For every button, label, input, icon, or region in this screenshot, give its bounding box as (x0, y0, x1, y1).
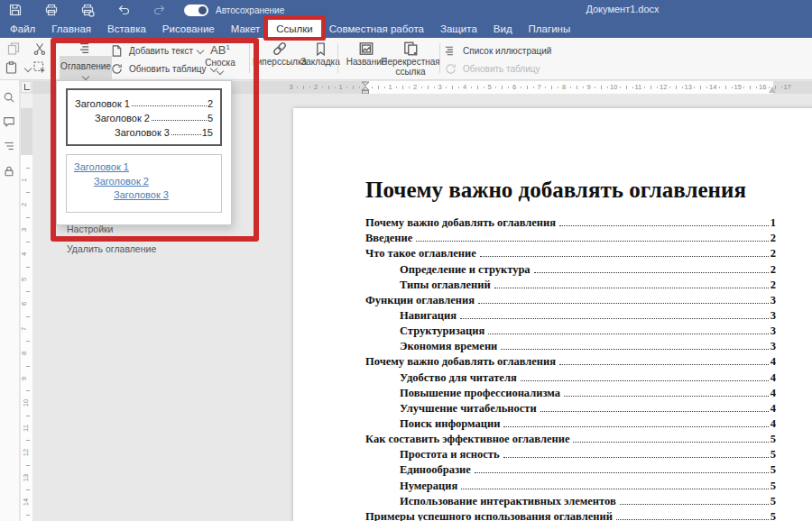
print-icon[interactable] (43, 2, 60, 18)
tab-Защита[interactable]: Защита (432, 20, 485, 38)
ruler-number: 10 (610, 84, 617, 91)
toc-preview-link-row: Заголовок 1 (74, 161, 214, 176)
ruler-right-margin (773, 81, 812, 94)
left-sidebar (0, 80, 20, 521)
refresh-icon (110, 62, 124, 76)
quick-print-icon[interactable] (79, 2, 96, 18)
tab-Макет[interactable]: Макет (223, 20, 269, 38)
ruler-number: 14 (709, 84, 716, 91)
toc-entry[interactable]: Навигация3 (365, 306, 776, 322)
toc-entry[interactable]: Экономия времени3 (365, 337, 776, 352)
toc-entry[interactable]: Удобство для читателя4 (365, 368, 776, 383)
tab-Плагины[interactable]: Плагины (521, 20, 579, 38)
ruler-number: 7 (21, 326, 28, 330)
toc-entry[interactable]: Использование интерактивных элементов5 (365, 492, 776, 507)
toc-entry[interactable]: Определение и структура2 (365, 260, 776, 275)
vertical-ruler[interactable]: 1234567891011121314 (21, 94, 32, 521)
indent-marker-icon[interactable] (361, 81, 370, 94)
copy-icon[interactable] (6, 41, 21, 56)
tab-stop-selector[interactable] (21, 81, 32, 93)
heading-link[interactable]: Заголовок 1 (74, 161, 129, 172)
ruler-number: 2 (314, 84, 318, 91)
tab-Рисование[interactable]: Рисование (154, 20, 223, 38)
toolbar-separator (439, 43, 440, 73)
select-icon[interactable] (32, 60, 47, 75)
toc-preview-row: Заголовок 12 (75, 95, 213, 109)
heading-link[interactable]: Заголовок 2 (94, 176, 149, 187)
ruler-number: 12 (23, 449, 30, 456)
toc-entry[interactable]: Типы оглавлений2 (365, 276, 776, 291)
paste-icon[interactable] (5, 60, 19, 75)
tab-Вид[interactable]: Вид (485, 20, 521, 38)
table-of-contents-button[interactable]: Оглавление (60, 40, 112, 79)
toolbar-separator (337, 43, 338, 73)
ruler-vertical-working-area (21, 155, 32, 521)
toc-icon (78, 40, 94, 56)
add-text-icon (110, 44, 124, 58)
cross-reference-label: Перекрестнаяссылка (381, 57, 439, 77)
toc-entry[interactable]: Поиск информации4 (365, 415, 776, 430)
toc-entry[interactable]: Улучшение читабельности4 (365, 399, 776, 415)
tab-Файл[interactable]: Файл (2, 20, 43, 38)
toc-preview-row: Заголовок 25 (75, 109, 213, 123)
chevron-down-icon (82, 73, 89, 80)
toc-entry[interactable]: Нумерация5 (365, 476, 776, 491)
paste-chevron-icon[interactable] (24, 65, 32, 72)
heading-link[interactable]: Заголовок 3 (114, 189, 169, 200)
comments-icon[interactable] (3, 115, 15, 128)
ruler-number: 8 (562, 84, 566, 91)
toc-entry[interactable]: Повышение профессионализма4 (365, 384, 776, 399)
footnote-button[interactable]: АВ1 Сноска (200, 40, 240, 74)
cross-reference-button[interactable]: Перекрестнаяссылка (383, 41, 438, 77)
ruler-number: 6 (512, 84, 516, 91)
ruler-number: 14 (23, 498, 30, 506)
lock-icon[interactable] (3, 165, 15, 178)
ruler-number: 5 (488, 84, 492, 91)
toc-entry[interactable]: Введение2 (365, 229, 776, 244)
toc-entry[interactable]: Простота и ясность5 (365, 445, 776, 461)
update-figure-table-button: Обновить таблицу (444, 61, 551, 76)
toc-entry[interactable]: Почему важно добавлять оглавления4 (365, 352, 776, 368)
update-table-label: Обновить таблицу (129, 64, 207, 74)
toc-entry[interactable]: Функции оглавления3 (365, 291, 776, 306)
autosave-label: Автосохранение (216, 5, 284, 15)
toc-entry[interactable]: Как составить эффективное оглавление5 (365, 430, 776, 445)
figure-list-button[interactable]: Список иллюстраций (444, 43, 551, 58)
redo-icon[interactable] (152, 2, 168, 18)
cut-icon[interactable] (32, 41, 47, 56)
toc-style-links-option[interactable]: Заголовок 1Заголовок 2Заголовок 3 (66, 154, 222, 213)
hyperlink-button[interactable]: Гиперссылка (254, 41, 305, 67)
undo-icon[interactable] (115, 2, 132, 18)
toggle-knob (198, 6, 207, 14)
toc-entry[interactable]: Примеры успешного использования оглавлен… (365, 507, 776, 521)
save-icon[interactable] (7, 2, 23, 18)
ruler-number: 4 (21, 252, 28, 256)
toc-entry[interactable]: Структуризация3 (365, 322, 776, 337)
ruler-number: 1 (21, 178, 28, 181)
update-figure-table-label: Обновить таблицу (463, 64, 540, 74)
tab-bar: ФайлГлавнаяВставкаРисованиеМакетСсылкиСо… (0, 20, 812, 38)
toc-settings-item[interactable]: Настройки (67, 224, 231, 234)
toc-remove-item[interactable]: Удалить оглавление (67, 243, 231, 254)
tab-Вставка[interactable]: Вставка (99, 20, 154, 38)
toc-style-numbered-option[interactable]: Заголовок 12Заголовок 25Заголовок 315 (66, 88, 222, 146)
bookmark-button[interactable]: Закладка (300, 41, 341, 67)
tab-Совместная работа[interactable]: Совместная работа (321, 20, 432, 38)
document-page[interactable]: Почему важно добавлять оглавления Почему… (293, 108, 812, 521)
ruler-number: 6 (21, 302, 28, 306)
document-toc: Почему важно добавлять оглавления1Введен… (365, 214, 776, 521)
bookmark-icon (313, 41, 328, 57)
toc-dropdown-menu: Заголовок 12Заголовок 25Заголовок 315 За… (56, 80, 232, 225)
autosave-toggle[interactable] (184, 5, 208, 16)
references-toolbar: Оглавление Добавить текст Обновить табли… (0, 38, 812, 80)
toc-button-label: Оглавление (60, 61, 111, 71)
toc-entry[interactable]: Что такое оглавление2 (365, 244, 776, 260)
search-icon[interactable] (3, 91, 15, 104)
ruler-number: 10 (23, 399, 30, 407)
toc-entry[interactable]: Единообразие5 (365, 461, 776, 476)
ruler-number: 1 (389, 84, 392, 91)
navigation-icon[interactable] (3, 140, 15, 152)
tab-Главная[interactable]: Главная (43, 20, 99, 38)
tab-Ссылки[interactable]: Ссылки (268, 20, 321, 38)
toc-entry[interactable]: Почему важно добавлять оглавления1 (365, 214, 776, 229)
